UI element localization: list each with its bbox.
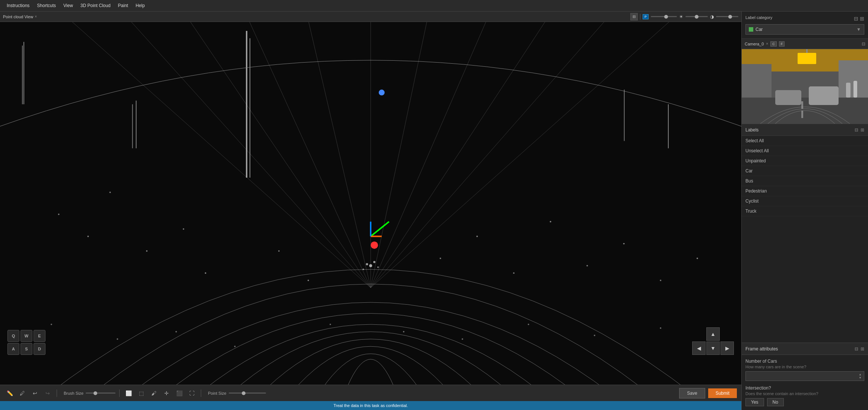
- key-e[interactable]: E: [34, 330, 45, 342]
- label-bus[interactable]: Bus: [742, 176, 868, 186]
- label-pedestrian[interactable]: Pedestrian: [742, 186, 868, 196]
- yes-btn[interactable]: Yes: [745, 398, 764, 406]
- svg-rect-59: [801, 101, 803, 109]
- menu-paint[interactable]: Paint: [114, 0, 132, 11]
- cars-spinner-icon[interactable]: ▲▼: [859, 373, 862, 379]
- label-car[interactable]: Car: [742, 166, 868, 176]
- key-s[interactable]: S: [20, 343, 32, 355]
- save-button[interactable]: Save: [679, 388, 705, 398]
- svg-point-30: [308, 280, 309, 281]
- wasd-keys: Q W E A S D: [7, 330, 45, 355]
- unpainted-item[interactable]: Unpainted: [742, 156, 868, 166]
- camera-f-badge[interactable]: F: [779, 41, 785, 47]
- key-q[interactable]: Q: [7, 330, 19, 342]
- dropdown-arrow-icon: ▼: [856, 27, 861, 32]
- brush-size-slider[interactable]: [86, 392, 115, 394]
- label-list: Select All Unselect All Unpainted Car Bu…: [742, 136, 868, 216]
- svg-point-35: [586, 265, 588, 267]
- svg-point-31: [440, 258, 441, 259]
- cars-label: Number of Cars: [745, 359, 864, 364]
- submit-button[interactable]: Submit: [708, 388, 737, 398]
- camera-c-badge[interactable]: C: [770, 41, 777, 47]
- frame-attributes: Frame attributes ⊟ ⊞ Number of Cars How …: [742, 343, 868, 410]
- svg-rect-62: [809, 86, 839, 105]
- expand-frame-icon[interactable]: ⊞: [861, 346, 864, 352]
- lasso-subtract-tool[interactable]: ⬚: [136, 388, 146, 398]
- svg-rect-14: [132, 104, 133, 148]
- svg-point-33: [513, 272, 514, 274]
- nav-up[interactable]: ▲: [706, 327, 720, 341]
- menu-view[interactable]: View: [60, 0, 77, 11]
- svg-rect-64: [853, 81, 857, 98]
- minimize-labels-icon[interactable]: ⊟: [854, 16, 858, 21]
- pen-tool[interactable]: ✏️: [4, 388, 15, 398]
- point-cloud-close[interactable]: ×: [35, 15, 37, 19]
- separator-2: [119, 390, 120, 397]
- nav-left[interactable]: ◀: [692, 341, 706, 355]
- svg-rect-49: [624, 90, 625, 141]
- menu-help[interactable]: Help: [132, 0, 149, 11]
- frame-attr-title: Frame attributes: [745, 346, 778, 352]
- camera-image: [742, 49, 868, 124]
- key-w[interactable]: W: [20, 330, 32, 342]
- move-tool[interactable]: ✛: [161, 388, 172, 398]
- sun-icon: ☀: [679, 14, 683, 19]
- contrast-slider[interactable]: [685, 16, 708, 17]
- nav-down[interactable]: ▼: [706, 341, 720, 355]
- undo-tool[interactable]: ↩: [30, 388, 40, 398]
- label-category-title: Label category: [745, 15, 772, 20]
- svg-rect-60: [801, 111, 803, 118]
- menu-shortcuts[interactable]: Shortcuts: [33, 0, 60, 11]
- minimize-btn[interactable]: ⊟: [630, 13, 638, 20]
- camera-close[interactable]: ×: [766, 42, 768, 46]
- select-all-item[interactable]: Select All: [742, 136, 868, 146]
- category-value: Car: [755, 27, 763, 32]
- fullscreen-tool[interactable]: ⛶: [187, 388, 197, 398]
- status-message: Treat the data in this task as confident…: [333, 403, 408, 408]
- point-size-slider[interactable]: [229, 392, 266, 394]
- blue-marker: [379, 90, 385, 96]
- transform-tool[interactable]: ⬛: [174, 388, 184, 398]
- svg-rect-61: [775, 90, 801, 105]
- category-dropdown[interactable]: Car ▼: [745, 24, 864, 35]
- svg-point-29: [278, 250, 280, 252]
- key-d[interactable]: D: [34, 343, 45, 355]
- p-badge: P: [643, 14, 649, 19]
- label-truck[interactable]: Truck: [742, 206, 868, 216]
- svg-rect-17: [250, 38, 250, 178]
- menu-instructions[interactable]: Instructions: [3, 0, 33, 11]
- camera-expand-icon[interactable]: ⊟: [862, 41, 865, 47]
- nav-right[interactable]: ▶: [720, 341, 734, 355]
- svg-point-27: [183, 228, 184, 230]
- cars-number-input[interactable]: ▲▼: [745, 371, 864, 381]
- svg-point-25: [110, 191, 111, 193]
- no-btn[interactable]: No: [767, 398, 784, 406]
- moon-icon: ◑: [710, 14, 714, 19]
- exposure-slider[interactable]: [716, 16, 738, 17]
- brightness-slider[interactable]: [651, 16, 677, 17]
- expand-panel-icon[interactable]: ⊞: [861, 127, 864, 133]
- intersection-desc: Does the scene contain an intersection?: [745, 391, 864, 396]
- key-a[interactable]: A: [7, 343, 19, 355]
- paint-tool[interactable]: 🖌: [149, 388, 159, 398]
- svg-point-37: [660, 280, 661, 281]
- svg-point-21: [377, 266, 379, 268]
- unselect-all-item[interactable]: Unselect All: [742, 146, 868, 156]
- canvas-area[interactable]: Q W E A S D ▲ ◀ ▼ ▶: [0, 22, 741, 385]
- svg-point-24: [87, 236, 89, 237]
- menu-3d-point-cloud[interactable]: 3D Point Cloud: [77, 0, 114, 11]
- eraser-tool[interactable]: 🖊: [17, 388, 28, 398]
- expand-labels-icon[interactable]: ⊞: [860, 16, 864, 21]
- label-cyclist[interactable]: Cyclist: [742, 196, 868, 206]
- nav-arrows: ▲ ◀ ▼ ▶: [692, 327, 734, 355]
- minimize-panel-icon[interactable]: ⊟: [855, 127, 858, 133]
- lasso-tool[interactable]: ⬜: [123, 388, 134, 398]
- svg-point-43: [330, 324, 331, 325]
- frame-attr-header: Frame attributes ⊟ ⊞: [742, 343, 868, 355]
- camera-svg: [742, 49, 868, 124]
- right-panel: Label category ⊟ ⊞ Car ▼ Camera_0 × C F …: [741, 12, 868, 410]
- point-cloud-svg: [0, 22, 741, 385]
- minimize-frame-icon[interactable]: ⊟: [855, 346, 858, 352]
- labels-title: Labels: [745, 127, 758, 133]
- redo-tool[interactable]: ↪: [42, 388, 53, 398]
